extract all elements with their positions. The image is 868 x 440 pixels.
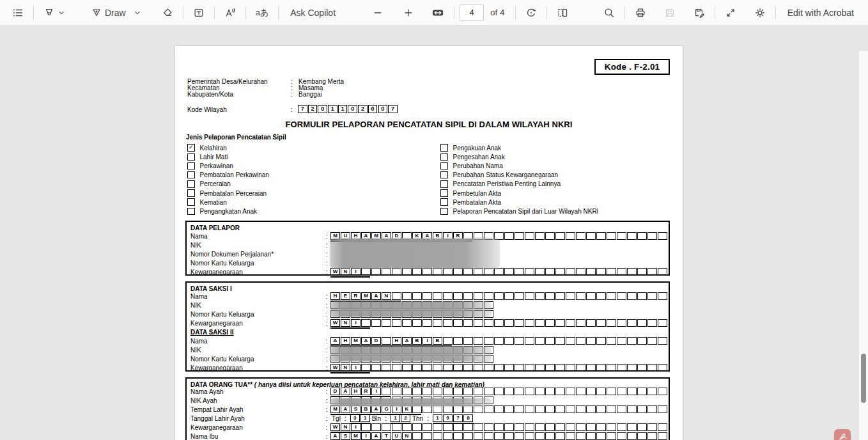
date-box: 3	[350, 414, 360, 422]
contents-button[interactable]	[8, 4, 28, 21]
scrollbar-track[interactable]	[859, 51, 868, 440]
letter-box	[607, 268, 616, 276]
letter-box	[504, 319, 514, 327]
letter-boxes: DAHRI	[330, 388, 668, 395]
row-label: Nama Ayah	[190, 388, 224, 395]
letter-box	[545, 319, 555, 327]
date-box: 1	[433, 414, 442, 422]
read-aloud-button[interactable]	[220, 4, 240, 21]
letter-box: H	[351, 388, 360, 395]
add-text-button[interactable]	[189, 4, 209, 21]
pdf-toolbar: Draw aあ	[0, 0, 868, 26]
letter-box: I	[422, 337, 432, 345]
scrollbar-thumb[interactable]	[861, 354, 866, 403]
letter-box	[586, 405, 596, 413]
row-label: Kewarganegaraan	[190, 424, 243, 431]
checkbox: ✓	[187, 144, 195, 152]
redaction-blur	[330, 398, 490, 406]
letter-box	[627, 405, 637, 413]
row-label: Tempat Lahir Ayah	[190, 406, 244, 413]
form-row: Tempat Lahir Ayah:MASBAGIK	[189, 405, 667, 414]
checkbox-label: Perubahan Nama	[453, 162, 503, 169]
letter-box	[627, 432, 637, 440]
save-as-button[interactable]	[689, 4, 709, 21]
letter-box	[555, 432, 565, 440]
form-section: DATA SAKSI INama:HERMANNIK:Nomor Kartu K…	[185, 281, 670, 372]
fit-width-button[interactable]	[427, 4, 449, 21]
letter-box	[402, 268, 412, 276]
separator	[454, 6, 454, 19]
search-icon	[603, 7, 615, 19]
draw-button[interactable]: Draw	[86, 4, 146, 21]
letter-box	[576, 364, 585, 372]
pdf-page: Kode . F-2.01 Pemerintah Desa/Kelurahan:…	[175, 46, 683, 440]
letter-box	[525, 319, 534, 327]
row-label: Nomor Dokumen Perjalanan*	[190, 251, 274, 258]
ask-copilot-button[interactable]: Ask Copilot	[284, 5, 342, 20]
letter-box	[535, 364, 545, 372]
zoom-in-button[interactable]	[399, 5, 418, 20]
page-view-button[interactable]	[552, 4, 573, 21]
checkbox	[440, 144, 448, 152]
letter-box	[474, 432, 483, 440]
letter-box	[535, 292, 545, 300]
letter-box	[658, 232, 667, 240]
checkbox-label: Perkawinan	[200, 162, 233, 169]
letter-box	[422, 388, 432, 395]
letter-boxes: WNI	[330, 319, 668, 327]
highlight-button[interactable]	[39, 4, 70, 21]
checkbox	[187, 171, 195, 179]
letter-box	[658, 432, 667, 440]
search-button[interactable]	[599, 4, 619, 21]
letter-box	[545, 432, 555, 440]
letter-box	[484, 405, 493, 413]
letter-box	[382, 319, 391, 327]
page-number-input[interactable]	[460, 4, 484, 21]
edit-with-acrobat-button[interactable]: Edit with Acrobat	[781, 5, 860, 20]
letter-box	[576, 319, 585, 327]
date-row: Tgl:31Bln:12Thn:1978	[330, 414, 474, 422]
letter-box	[617, 268, 626, 276]
zoom-out-button[interactable]	[368, 5, 387, 20]
letter-box	[504, 292, 514, 300]
letter-box	[402, 423, 412, 431]
letter-box	[453, 364, 463, 372]
translate-button[interactable]: aあ	[251, 4, 274, 21]
letter-box: W	[330, 268, 340, 276]
jenis-item: Pelaporan Pencatatan Sipil dari Luar Wil…	[440, 207, 598, 216]
letter-box	[586, 292, 596, 300]
letter-box: I	[351, 364, 360, 372]
letter-box	[453, 405, 463, 413]
letter-box: B	[412, 337, 422, 345]
section-header: DATA SAKSI II	[190, 329, 234, 336]
row-label: Kewarganegaraan	[190, 269, 243, 276]
letter-box	[504, 432, 514, 440]
letter-box: A	[402, 337, 412, 345]
letter-box	[515, 405, 524, 413]
settings-button[interactable]	[750, 4, 770, 21]
print-button[interactable]	[630, 4, 651, 21]
letter-box: M	[330, 405, 340, 413]
checkbox	[187, 208, 195, 216]
date-box: 7	[453, 414, 463, 422]
letter-box	[494, 432, 504, 440]
letter-box	[607, 405, 616, 413]
form-row: Kewarganegaraan:WNI	[189, 319, 667, 327]
erase-button[interactable]	[157, 4, 178, 21]
letter-box	[617, 388, 626, 395]
pdf-canvas[interactable]: Kode . F-2.01 Pemerintah Desa/Kelurahan:…	[0, 26, 868, 440]
jenis-item: Pengesahan Anak	[440, 152, 598, 161]
letter-box	[515, 268, 524, 276]
rotate-button[interactable]	[521, 4, 541, 21]
letter-box	[474, 319, 483, 327]
letter-box	[433, 423, 442, 431]
row-label: Nama Ibu	[190, 433, 218, 440]
fullscreen-button[interactable]	[720, 4, 741, 21]
letter-box	[596, 319, 606, 327]
save-button[interactable]	[660, 4, 680, 21]
separator	[214, 6, 215, 19]
letter-box	[525, 232, 534, 240]
acrobat-floating-button[interactable]	[834, 429, 851, 440]
letter-box	[433, 319, 442, 327]
letter-box	[463, 337, 473, 345]
